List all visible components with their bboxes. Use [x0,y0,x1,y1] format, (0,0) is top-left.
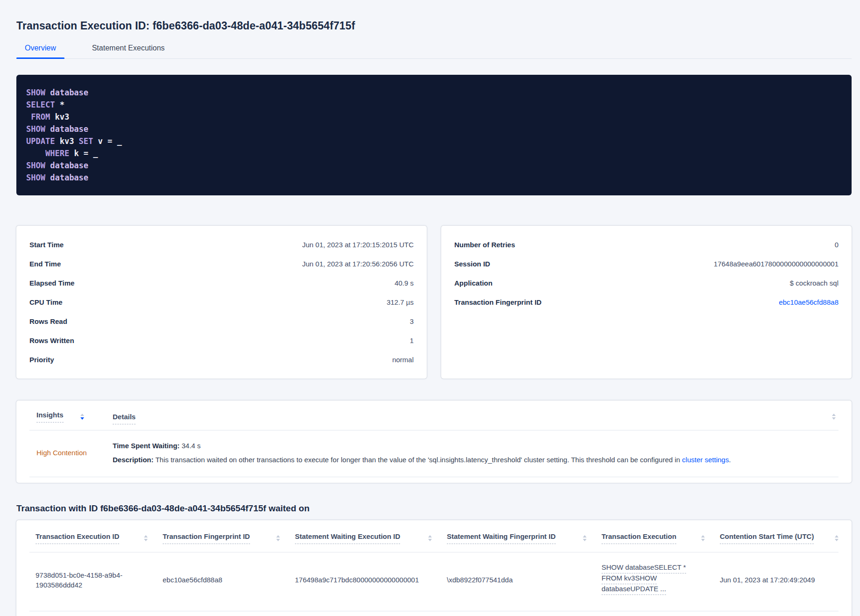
row-label: Rows Written [29,337,74,344]
cell-txn-execution-id: 9738d051-bc0e-4158-a9b4-1903586ddd42 [29,570,163,590]
column-header-transaction-execution: Transaction Execution [602,532,720,544]
transaction-execution-link[interactable]: FROM kv3SHOW [602,574,657,584]
sort-icon[interactable] [144,535,148,541]
page-container: Transaction Execution ID: f6be6366-da03-… [0,20,860,616]
insight-description: Description: This transaction waited on … [113,455,838,465]
summary-row-application: Application $ cockroach sql [454,273,838,293]
tab-statement-executions[interactable]: Statement Executions [84,41,173,58]
waited-table-row: 9738d051-bc0e-4158-a9b4-1903586ddd42 ebc… [29,552,838,611]
summary-row-txn-fingerprint: Transaction Fingerprint ID ebc10ae56cfd8… [454,293,838,312]
waited-table-header: Transaction Execution ID Transaction Fin… [29,520,838,552]
row-label: Priority [29,356,54,364]
summary-row-cpu-time: CPU Time 312.7 µs [29,293,414,312]
row-value: normal [392,356,414,364]
summary-card-timing: Start Time Jun 01, 2023 at 17:20:15:2015… [16,226,427,379]
waited-on-heading: Transaction with ID f6be6366-da03-48de-a… [16,503,852,514]
insight-row: High Contention Time Spent Waiting: 34.4… [29,430,838,477]
cell-stmt-waiting-execution-id: 176498a9c717bdc80000000000000001 [295,575,447,585]
sql-line: FROM kv3 [26,111,842,123]
details-column-label[interactable]: Details [113,413,136,424]
transaction-execution-link[interactable]: SHOW databaseSELECT * [602,564,686,573]
column-header-stmt-waiting-fingerprint-id: Statement Waiting Fingerprint ID [447,532,602,544]
header-sort-area [814,414,838,420]
row-value: 312.7 µs [387,298,414,306]
column-header-contention-start-time: Contention Start Time (UTC) [720,532,838,544]
row-value: 1 [410,337,414,344]
cell-txn-fingerprint-id: ebc10ae56cfd88a8 [163,575,295,585]
row-label: Transaction Fingerprint ID [454,298,542,306]
insights-column-label[interactable]: Insights [36,411,64,423]
column-label[interactable]: Statement Waiting Execution ID [295,532,400,544]
column-label[interactable]: Transaction Execution [602,532,676,544]
time-spent-waiting: Time Spent Waiting: 34.4 s [113,441,838,451]
sql-line: SHOW database [26,123,842,135]
summary-row-rows-written: Rows Written 1 [29,331,414,350]
insights-table-header: Insights Details [29,401,838,430]
column-label[interactable]: Statement Waiting Fingerprint ID [447,532,556,544]
summary-row-start-time: Start Time Jun 01, 2023 at 17:20:15:2015… [29,235,414,254]
summary-row-priority: Priority normal [29,350,414,369]
sort-icon[interactable] [832,414,836,420]
row-value: 0 [835,241,838,249]
description-label: Description: [113,456,154,464]
row-label: Elapsed Time [29,279,74,287]
row-label: Application [454,279,493,287]
insights-table: Insights Details High Contention Time Sp… [16,401,852,483]
summary-row-end-time: End Time Jun 01, 2023 at 17:20:56:2056 U… [29,254,414,273]
insight-details: Time Spent Waiting: 34.4 s Description: … [113,441,838,465]
waiting-value: 34.4 s [179,442,201,450]
details-column-header: Details [113,413,814,421]
summary-row-retries: Number of Retries 0 [454,235,838,254]
row-label: Rows Read [29,317,67,325]
summary-row-rows-read: Rows Read 3 [29,312,414,331]
row-label: Start Time [29,241,64,249]
row-label: Number of Retries [454,241,515,249]
column-header-txn-fingerprint-id: Transaction Fingerprint ID [163,532,295,544]
sort-icon[interactable] [583,535,587,541]
column-label[interactable]: Contention Start Time (UTC) [720,532,814,544]
page-title: Transaction Execution ID: f6be6366-da03-… [16,20,852,32]
summary-row-session-id: Session ID 17648a9eea6017800000000000000… [454,254,838,273]
row-value: Jun 01, 2023 at 17:20:56:2056 UTC [302,260,414,268]
sort-icon[interactable] [835,535,838,541]
row-label: CPU Time [29,298,63,306]
transaction-fingerprint-link[interactable]: ebc10ae56cfd88a8 [779,298,838,306]
sort-icon[interactable] [428,535,432,541]
cell-stmt-waiting-fingerprint-id: \xdb8922f077541dda [447,575,602,585]
cluster-settings-link[interactable]: cluster settings [682,456,729,464]
row-value: 40.9 s [394,279,414,287]
tab-overview[interactable]: Overview [16,41,64,58]
txn-execution-id-value: 9738d051-bc0e-4158-a9b4-1903586ddd42 [36,570,132,590]
waited-on-table: Transaction Execution ID Transaction Fin… [16,520,852,616]
sql-line: SHOW database [26,86,842,99]
insight-type-badge: High Contention [29,449,113,457]
insights-column-header: Insights [29,411,113,423]
sort-icon[interactable] [80,414,84,420]
row-value: $ cockroach sql [790,279,838,287]
sort-icon[interactable] [276,535,280,541]
sort-icon[interactable] [701,535,705,541]
row-value: Jun 01, 2023 at 17:20:15:2015 UTC [302,241,414,249]
sql-line: SHOW database [26,172,842,184]
sql-line: UPDATE kv3 SET v = _ [26,135,842,147]
sql-line: WHERE k = _ [26,147,842,159]
sql-line: SHOW database [26,159,842,172]
row-label: End Time [29,260,61,268]
cell-contention-start-time: Jun 01, 2023 at 17:20:49:2049 [720,575,838,585]
summary-cards: Start Time Jun 01, 2023 at 17:20:15:2015… [16,226,852,379]
summary-card-session: Number of Retries 0 Session ID 17648a9ee… [441,226,852,379]
summary-row-elapsed-time: Elapsed Time 40.9 s [29,273,414,293]
tab-bar: Overview Statement Executions [16,41,852,59]
transaction-execution-link[interactable]: databaseUPDATE ... [602,585,666,595]
row-label: Session ID [454,260,490,268]
column-header-stmt-waiting-execution-id: Statement Waiting Execution ID [295,532,447,544]
sql-line: SELECT * [26,99,842,111]
sql-statement-box: SHOW database SELECT * FROM kv3 SHOW dat… [16,75,852,195]
column-header-txn-execution-id: Transaction Execution ID [29,532,163,544]
column-label[interactable]: Transaction Execution ID [36,532,119,544]
row-value: 17648a9eea6017800000000000000001 [714,260,838,268]
waiting-label: Time Spent Waiting: [113,442,179,450]
column-label[interactable]: Transaction Fingerprint ID [163,532,250,544]
description-period: . [729,456,731,464]
row-value: 3 [410,317,414,325]
